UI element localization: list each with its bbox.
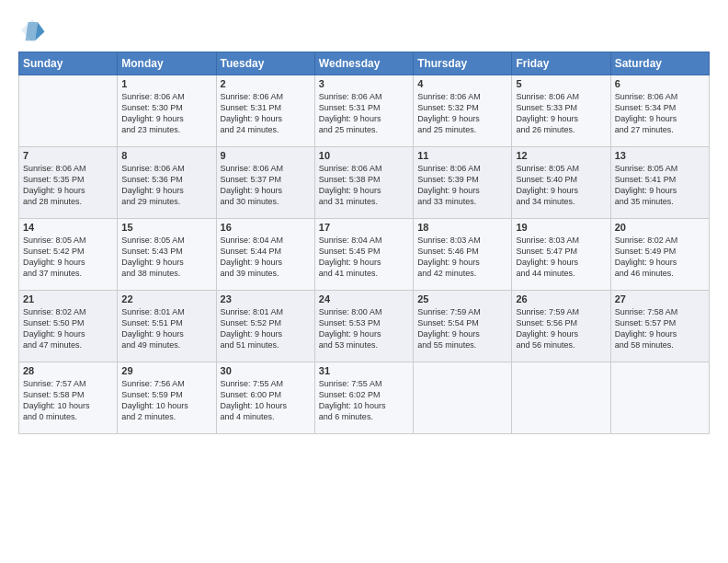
calendar-cell: 2Sunrise: 8:06 AM Sunset: 5:31 PM Daylig… — [216, 75, 314, 147]
calendar-cell: 25Sunrise: 7:59 AM Sunset: 5:54 PM Dayli… — [414, 291, 512, 362]
cell-content: Sunrise: 8:06 AM Sunset: 5:36 PM Dayligh… — [121, 163, 211, 208]
week-row-0: 1Sunrise: 8:06 AM Sunset: 5:30 PM Daylig… — [19, 75, 710, 147]
day-number: 22 — [121, 293, 211, 304]
cell-content: Sunrise: 8:00 AM Sunset: 5:53 PM Dayligh… — [319, 306, 409, 351]
day-number: 6 — [615, 78, 705, 89]
calendar-cell — [19, 75, 118, 147]
day-number: 18 — [417, 222, 507, 233]
day-number: 5 — [516, 78, 606, 89]
calendar-cell: 17Sunrise: 8:04 AM Sunset: 5:45 PM Dayli… — [314, 219, 413, 291]
day-number: 28 — [23, 365, 113, 376]
header-row-days: SundayMondayTuesdayWednesdayThursdayFrid… — [19, 52, 710, 75]
calendar-cell: 22Sunrise: 8:01 AM Sunset: 5:51 PM Dayli… — [118, 291, 216, 362]
cell-content: Sunrise: 8:06 AM Sunset: 5:32 PM Dayligh… — [417, 91, 507, 136]
day-number: 30 — [221, 365, 311, 376]
calendar-cell: 13Sunrise: 8:05 AM Sunset: 5:41 PM Dayli… — [610, 147, 709, 219]
cell-content: Sunrise: 8:06 AM Sunset: 5:30 PM Dayligh… — [121, 91, 211, 136]
calendar-cell: 27Sunrise: 7:58 AM Sunset: 5:57 PM Dayli… — [610, 291, 709, 362]
calendar-cell: 3Sunrise: 8:06 AM Sunset: 5:31 PM Daylig… — [314, 75, 413, 147]
calendar-cell: 9Sunrise: 8:06 AM Sunset: 5:37 PM Daylig… — [216, 147, 314, 219]
cell-content: Sunrise: 8:06 AM Sunset: 5:34 PM Dayligh… — [615, 91, 705, 136]
calendar-page: SundayMondayTuesdayWednesdayThursdayFrid… — [0, 0, 728, 563]
calendar-cell: 10Sunrise: 8:06 AM Sunset: 5:38 PM Dayli… — [314, 147, 413, 219]
cell-content: Sunrise: 8:01 AM Sunset: 5:52 PM Dayligh… — [221, 306, 311, 351]
logo — [18, 17, 50, 44]
calendar-cell: 26Sunrise: 7:59 AM Sunset: 5:56 PM Dayli… — [512, 291, 610, 362]
cell-content: Sunrise: 7:55 AM Sunset: 6:00 PM Dayligh… — [221, 378, 311, 423]
cell-content: Sunrise: 7:56 AM Sunset: 5:59 PM Dayligh… — [121, 378, 211, 423]
day-number: 21 — [23, 293, 113, 304]
cell-content: Sunrise: 7:55 AM Sunset: 6:02 PM Dayligh… — [319, 378, 409, 423]
calendar-cell: 15Sunrise: 8:05 AM Sunset: 5:43 PM Dayli… — [118, 219, 216, 291]
calendar-cell: 8Sunrise: 8:06 AM Sunset: 5:36 PM Daylig… — [118, 147, 216, 219]
cell-content: Sunrise: 8:04 AM Sunset: 5:44 PM Dayligh… — [221, 235, 311, 280]
cell-content: Sunrise: 8:05 AM Sunset: 5:42 PM Dayligh… — [23, 235, 113, 280]
day-number: 16 — [221, 222, 311, 233]
cell-content: Sunrise: 8:06 AM Sunset: 5:38 PM Dayligh… — [319, 163, 409, 208]
cell-content: Sunrise: 8:06 AM Sunset: 5:37 PM Dayligh… — [221, 163, 311, 208]
week-row-1: 7Sunrise: 8:06 AM Sunset: 5:35 PM Daylig… — [19, 147, 710, 219]
day-number: 31 — [319, 365, 409, 376]
header-cell-saturday: Saturday — [610, 52, 709, 75]
calendar-cell: 18Sunrise: 8:03 AM Sunset: 5:46 PM Dayli… — [414, 219, 512, 291]
header-cell-sunday: Sunday — [19, 52, 118, 75]
cell-content: Sunrise: 8:06 AM Sunset: 5:31 PM Dayligh… — [221, 91, 311, 136]
header-cell-thursday: Thursday — [414, 52, 512, 75]
week-row-2: 14Sunrise: 8:05 AM Sunset: 5:42 PM Dayli… — [19, 219, 710, 291]
calendar-cell: 4Sunrise: 8:06 AM Sunset: 5:32 PM Daylig… — [414, 75, 512, 147]
calendar-body: 1Sunrise: 8:06 AM Sunset: 5:30 PM Daylig… — [19, 75, 710, 434]
calendar-cell: 5Sunrise: 8:06 AM Sunset: 5:33 PM Daylig… — [512, 75, 610, 147]
day-number: 13 — [615, 150, 705, 161]
calendar-cell: 29Sunrise: 7:56 AM Sunset: 5:59 PM Dayli… — [118, 362, 216, 434]
calendar-cell: 1Sunrise: 8:06 AM Sunset: 5:30 PM Daylig… — [118, 75, 216, 147]
cell-content: Sunrise: 7:59 AM Sunset: 5:56 PM Dayligh… — [516, 306, 606, 351]
day-number: 15 — [121, 222, 211, 233]
day-number: 10 — [319, 150, 409, 161]
calendar-cell — [414, 362, 512, 434]
calendar-cell: 6Sunrise: 8:06 AM Sunset: 5:34 PM Daylig… — [610, 75, 709, 147]
day-number: 4 — [417, 78, 507, 89]
calendar-cell: 21Sunrise: 8:02 AM Sunset: 5:50 PM Dayli… — [19, 291, 118, 362]
day-number: 11 — [417, 150, 507, 161]
logo-icon — [18, 17, 46, 44]
week-row-4: 28Sunrise: 7:57 AM Sunset: 5:58 PM Dayli… — [19, 362, 710, 434]
header-cell-monday: Monday — [118, 52, 216, 75]
calendar-cell: 24Sunrise: 8:00 AM Sunset: 5:53 PM Dayli… — [314, 291, 413, 362]
calendar-cell: 30Sunrise: 7:55 AM Sunset: 6:00 PM Dayli… — [216, 362, 314, 434]
day-number: 12 — [516, 150, 606, 161]
cell-content: Sunrise: 8:01 AM Sunset: 5:51 PM Dayligh… — [121, 306, 211, 351]
calendar-cell: 28Sunrise: 7:57 AM Sunset: 5:58 PM Dayli… — [19, 362, 118, 434]
day-number: 1 — [121, 78, 211, 89]
cell-content: Sunrise: 8:05 AM Sunset: 5:41 PM Dayligh… — [615, 163, 705, 208]
cell-content: Sunrise: 8:04 AM Sunset: 5:45 PM Dayligh… — [319, 235, 409, 280]
week-row-3: 21Sunrise: 8:02 AM Sunset: 5:50 PM Dayli… — [19, 291, 710, 362]
calendar-cell: 20Sunrise: 8:02 AM Sunset: 5:49 PM Dayli… — [610, 219, 709, 291]
day-number: 8 — [121, 150, 211, 161]
header-cell-tuesday: Tuesday — [216, 52, 314, 75]
cell-content: Sunrise: 8:03 AM Sunset: 5:47 PM Dayligh… — [516, 235, 606, 280]
calendar-cell: 14Sunrise: 8:05 AM Sunset: 5:42 PM Dayli… — [19, 219, 118, 291]
day-number: 7 — [23, 150, 113, 161]
day-number: 14 — [23, 222, 113, 233]
calendar-header: SundayMondayTuesdayWednesdayThursdayFrid… — [19, 52, 710, 75]
cell-content: Sunrise: 8:06 AM Sunset: 5:39 PM Dayligh… — [417, 163, 507, 208]
calendar-cell: 11Sunrise: 8:06 AM Sunset: 5:39 PM Dayli… — [414, 147, 512, 219]
calendar-cell: 19Sunrise: 8:03 AM Sunset: 5:47 PM Dayli… — [512, 219, 610, 291]
calendar-cell — [610, 362, 709, 434]
cell-content: Sunrise: 7:57 AM Sunset: 5:58 PM Dayligh… — [23, 378, 113, 423]
day-number: 25 — [417, 293, 507, 304]
cell-content: Sunrise: 8:05 AM Sunset: 5:43 PM Dayligh… — [121, 235, 211, 280]
calendar-cell — [512, 362, 610, 434]
cell-content: Sunrise: 7:59 AM Sunset: 5:54 PM Dayligh… — [417, 306, 507, 351]
calendar-cell: 23Sunrise: 8:01 AM Sunset: 5:52 PM Dayli… — [216, 291, 314, 362]
day-number: 19 — [516, 222, 606, 233]
calendar-cell: 12Sunrise: 8:05 AM Sunset: 5:40 PM Dayli… — [512, 147, 610, 219]
calendar-cell: 16Sunrise: 8:04 AM Sunset: 5:44 PM Dayli… — [216, 219, 314, 291]
cell-content: Sunrise: 8:05 AM Sunset: 5:40 PM Dayligh… — [516, 163, 606, 208]
day-number: 23 — [221, 293, 311, 304]
cell-content: Sunrise: 8:06 AM Sunset: 5:31 PM Dayligh… — [319, 91, 409, 136]
day-number: 17 — [319, 222, 409, 233]
day-number: 29 — [121, 365, 211, 376]
cell-content: Sunrise: 8:03 AM Sunset: 5:46 PM Dayligh… — [417, 235, 507, 280]
calendar-cell: 7Sunrise: 8:06 AM Sunset: 5:35 PM Daylig… — [19, 147, 118, 219]
